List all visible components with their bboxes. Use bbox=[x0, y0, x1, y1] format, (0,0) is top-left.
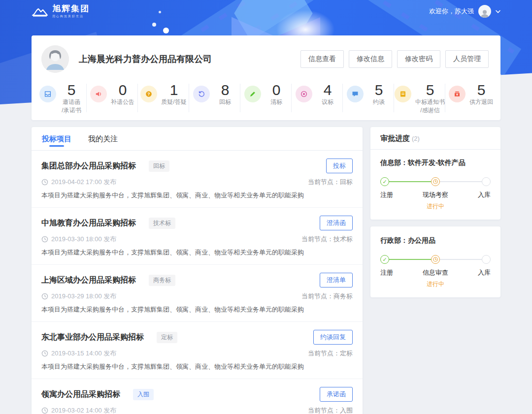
check-icon bbox=[380, 177, 389, 186]
staff-management-button[interactable]: 人员管理 bbox=[445, 50, 489, 68]
stat-question[interactable]: ? 1 质疑/答疑 bbox=[138, 79, 189, 115]
stat-value: 8 bbox=[221, 82, 230, 98]
project-stage-tag: 回标 bbox=[149, 160, 169, 172]
stat-value: 5 bbox=[375, 82, 383, 98]
stat-supplier-return[interactable]: 5 供方退回 bbox=[445, 79, 497, 115]
stat-interview[interactable]: 5 约谈 bbox=[343, 79, 394, 115]
tab-bid-projects[interactable]: 投标项目 bbox=[42, 127, 71, 150]
step-label: 入库 bbox=[454, 191, 491, 211]
current-node-value: 回标 bbox=[340, 178, 353, 186]
user-menu[interactable]: 欢迎你，苏大强 bbox=[429, 5, 500, 18]
logo-title: 旭辉集团 bbox=[52, 4, 90, 13]
publish-date: 2019-03-15 14:00 发布 bbox=[51, 349, 116, 358]
approval-dept: 行政部：办公用品 bbox=[380, 236, 491, 245]
welcome-text: 欢迎你，苏大强 bbox=[429, 7, 474, 16]
stat-label: 补遗公告 bbox=[111, 98, 134, 106]
current-node-value: 商务标 bbox=[333, 292, 353, 300]
company-name: 上海晨光科力普办公用品有限公司 bbox=[79, 53, 212, 65]
project-title[interactable]: 东北事业部办公用品采购招标 bbox=[41, 332, 144, 343]
bid-projects-panel: 投标项目 我的关注 集团总部办公用品采购招标 回标 投标 2019-04-02 … bbox=[32, 127, 363, 414]
stat-label: /承诺书 bbox=[62, 106, 81, 115]
stat-bid-return[interactable]: 8 回标 bbox=[189, 79, 240, 115]
publish-date: 2019-03-29 18:00 发布 bbox=[51, 292, 116, 301]
current-node-label: 当前节点： bbox=[308, 407, 340, 414]
question-icon: ? bbox=[140, 86, 157, 102]
interview-reply-button[interactable]: 约谈回复 bbox=[313, 330, 353, 345]
clarification-form-button[interactable]: 澄清单 bbox=[320, 273, 353, 287]
return-box-icon bbox=[449, 86, 466, 102]
project-description: 本项目为搭建大采购服务中台，支撑旭辉集团、领寓、商业、物业等相关业务单元的职能采… bbox=[41, 305, 353, 314]
approval-title: 审批进度 bbox=[380, 127, 410, 150]
edit-info-button[interactable]: 修改信息 bbox=[349, 50, 392, 68]
check-icon bbox=[380, 255, 389, 264]
user-avatar[interactable] bbox=[478, 5, 491, 18]
brand-logo[interactable]: 旭辉集团 用心构筑美好生活 bbox=[32, 4, 90, 19]
clarification-letter-button[interactable]: 澄清函 bbox=[320, 216, 353, 230]
approval-card-1: 审批进度 (2) 信息部：软件开发-软件产品 bbox=[370, 127, 500, 220]
company-actions: 信息查看 修改信息 修改密码 人员管理 bbox=[300, 50, 489, 68]
project-description: 本项目为搭建大采购服务中台，支撑旭辉集团、领寓、商业、物业等相关业务单元的职能采… bbox=[41, 191, 353, 200]
approval-count: (2) bbox=[412, 127, 420, 150]
project-item: 中旭教育办公用品采购招标 技术标 澄清函 2019-03-30 18:00 发布… bbox=[32, 208, 363, 265]
view-info-button[interactable]: 信息查看 bbox=[300, 50, 344, 68]
project-description: 本项目为搭建大采购服务中台，支撑旭辉集团、领寓、商业、物业等相关业务单元的职能采… bbox=[41, 362, 353, 371]
stat-value: 5 bbox=[67, 82, 76, 98]
stat-label: 质疑/答疑 bbox=[161, 98, 186, 106]
approval-dept: 信息部：软件开发-软件产品 bbox=[380, 159, 491, 167]
current-node-label: 当前节点： bbox=[308, 350, 340, 357]
undo-icon bbox=[193, 86, 210, 102]
megaphone-icon bbox=[90, 86, 107, 102]
project-title[interactable]: 上海区域办公用品采购招标 bbox=[41, 275, 136, 286]
publish-date: 2019-03-02 14:00 发布 bbox=[51, 406, 116, 414]
stats-row: 5 邀请函 /承诺书 0 补遗公告 ? bbox=[32, 73, 500, 115]
change-password-button[interactable]: 修改密码 bbox=[397, 50, 440, 68]
project-title[interactable]: 集团总部办公用品采购招标 bbox=[41, 161, 136, 171]
clock-icon bbox=[41, 407, 48, 414]
stat-value: 1 bbox=[170, 82, 178, 98]
target-icon bbox=[296, 86, 312, 102]
publish-date: 2019-03-30 18:00 发布 bbox=[51, 235, 116, 244]
stat-label: 约谈 bbox=[373, 98, 385, 106]
clock-step-icon bbox=[431, 177, 440, 186]
pending-step-icon bbox=[482, 177, 491, 186]
step-label: 注册 bbox=[380, 268, 417, 288]
company-card: 上海晨光科力普办公用品有限公司 信息查看 修改信息 修改密码 人员管理 5 邀请… bbox=[32, 35, 500, 120]
project-stage-tag: 技术标 bbox=[149, 218, 175, 229]
stat-value: 0 bbox=[272, 82, 281, 98]
stat-label: 邀请函 bbox=[63, 98, 80, 106]
step-status: 进行中 bbox=[417, 202, 454, 211]
stat-label: 回标 bbox=[219, 98, 231, 106]
clock-icon bbox=[41, 236, 48, 243]
step-label: 现场考察 bbox=[417, 191, 454, 199]
progress-stepper bbox=[380, 177, 491, 186]
mountain-logo-icon bbox=[32, 6, 48, 17]
chevron-down-icon bbox=[496, 10, 500, 13]
step-label: 信息审查 bbox=[417, 268, 454, 277]
stat-award-notice[interactable]: 5 中标通知书 /感谢信 bbox=[394, 79, 445, 115]
stat-label: 议标 bbox=[322, 98, 333, 106]
company-avatar bbox=[41, 45, 69, 73]
approval-column: 审批进度 (2) 信息部：软件开发-软件产品 bbox=[370, 127, 500, 297]
project-item: 东北事业部办公用品采购招标 定标 约谈回复 2019-03-15 14:00 发… bbox=[32, 322, 363, 379]
stat-invitation[interactable]: 5 邀请函 /承诺书 bbox=[35, 79, 87, 115]
project-title[interactable]: 中旭教育办公用品采购招标 bbox=[41, 218, 136, 228]
project-title[interactable]: 领寓办公用品采购招标 bbox=[41, 389, 120, 400]
project-stage-tag: 商务标 bbox=[149, 275, 175, 286]
progress-stepper bbox=[380, 255, 491, 264]
pencil-icon bbox=[244, 86, 261, 102]
svg-text:?: ? bbox=[148, 92, 151, 96]
stat-addendum[interactable]: 0 补遗公告 bbox=[87, 79, 138, 115]
stat-clear-bid[interactable]: 0 清标 bbox=[240, 79, 292, 115]
logo-slogan: 用心构筑美好生活 bbox=[52, 14, 90, 19]
commitment-letter-button[interactable]: 承诺函 bbox=[320, 387, 353, 402]
project-description: 本项目为搭建大采购服务中台，支撑旭辉集团、领寓、商业、物业等相关业务单元的职能采… bbox=[41, 248, 353, 257]
pending-step-icon bbox=[482, 255, 491, 264]
stat-negotiate-bid[interactable]: 4 议标 bbox=[292, 79, 343, 115]
project-item: 上海区域办公用品采购招标 商务标 澄清单 2019-03-29 18:00 发布… bbox=[32, 265, 363, 322]
bid-button[interactable]: 投标 bbox=[326, 159, 353, 173]
tab-my-follows[interactable]: 我的关注 bbox=[88, 127, 118, 150]
step-status: 进行中 bbox=[417, 280, 454, 288]
project-item: 领寓办公用品采购招标 入围 承诺函 2019-03-02 14:00 发布 当前… bbox=[32, 379, 363, 414]
inbox-icon bbox=[39, 86, 56, 102]
stat-value: 4 bbox=[324, 82, 332, 98]
